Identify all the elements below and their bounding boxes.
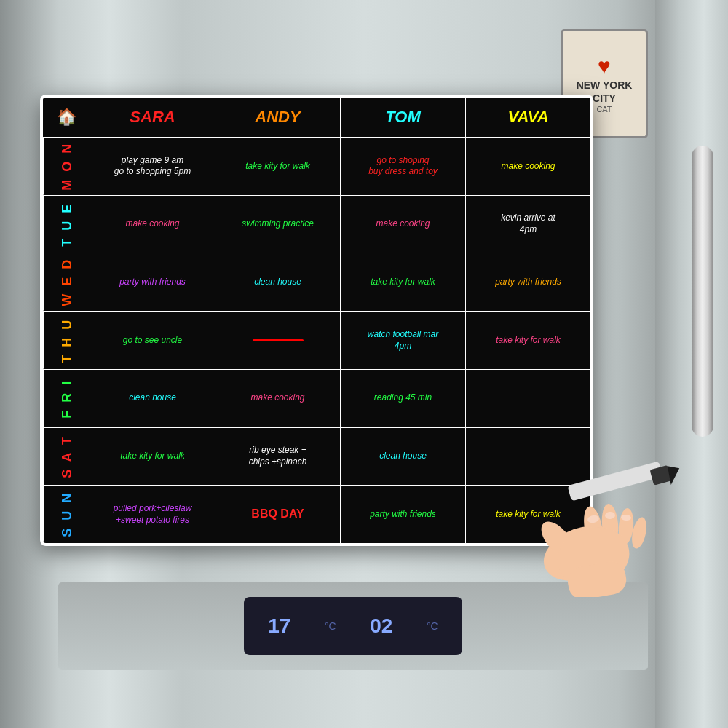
cell-wed-2: take kity for walk bbox=[341, 253, 466, 311]
svg-rect-0 bbox=[567, 462, 662, 502]
cell-wed-3: party with friends bbox=[466, 253, 590, 311]
schedule-board: 🏠 SARA ANDY TOM VAVA M O Nplay game 9 am… bbox=[40, 95, 593, 546]
cell-tue-0: make cooking bbox=[90, 196, 215, 253]
cell-tue-1: swimming practice bbox=[215, 196, 341, 253]
cell-sat-1: rib eye steak + chips +spinach bbox=[215, 428, 341, 486]
fridge-background: ♥ NEW YORK CITY CAT 🏠 SARA ANDY TOM VAVA… bbox=[0, 0, 728, 728]
strikethrough-line bbox=[253, 339, 304, 341]
header-row: 🏠 SARA ANDY TOM VAVA bbox=[43, 98, 590, 138]
day-label-wed: W E D bbox=[43, 253, 90, 311]
temp-display-2: 02 bbox=[370, 614, 392, 638]
hand-with-marker bbox=[524, 451, 684, 597]
header-sara: SARA bbox=[90, 98, 215, 137]
cell-thu-3: take kity for walk bbox=[466, 312, 590, 369]
day-label-sun: S U N bbox=[43, 486, 90, 543]
day-row-tue: T U Emake cookingswimming practicemake c… bbox=[43, 196, 590, 254]
cell-mon-2: go to shoping buy dress and toy bbox=[341, 138, 466, 195]
day-row-sun: S U Npulled pork+cileslaw +sweet potato … bbox=[43, 486, 590, 543]
cell-fri-2: reading 45 min bbox=[341, 370, 466, 427]
day-label-tue: T U E bbox=[43, 196, 90, 253]
day-row-mon: M O Nplay game 9 am go to shopping 5pmta… bbox=[43, 138, 590, 196]
ny-heart-icon: ♥ bbox=[598, 54, 611, 79]
cell-thu-1 bbox=[215, 312, 341, 369]
header-vava: VAVA bbox=[466, 98, 590, 137]
door-handle bbox=[692, 146, 713, 437]
cell-thu-0: go to see uncle bbox=[90, 312, 215, 369]
cell-mon-3: make cooking bbox=[466, 138, 590, 195]
day-label-mon: M O N bbox=[43, 138, 90, 195]
cell-sun-1: BBQ DAY bbox=[215, 486, 341, 543]
header-andy: ANDY bbox=[215, 98, 341, 137]
cell-wed-0: party with friends bbox=[90, 253, 215, 311]
day-row-fri: F R Iclean housemake cookingreading 45 m… bbox=[43, 370, 590, 428]
day-label-fri: F R I bbox=[43, 370, 90, 427]
control-panel: 17 °C 02 °C bbox=[244, 597, 462, 655]
cell-tue-3: kevin arrive at 4pm bbox=[466, 196, 590, 253]
header-tom: TOM bbox=[341, 98, 466, 137]
header-icon-cell: 🏠 bbox=[43, 98, 90, 137]
temp-unit-2: °C bbox=[427, 620, 438, 632]
day-label-thu: T H U bbox=[43, 312, 90, 369]
cell-fri-1: make cooking bbox=[215, 370, 341, 427]
day-label-sat: S A T bbox=[43, 428, 90, 486]
cell-sun-2: party with friends bbox=[341, 486, 466, 543]
cell-tue-2: make cooking bbox=[341, 196, 466, 253]
cell-sun-0: pulled pork+cileslaw +sweet potato fires bbox=[90, 486, 215, 543]
temp-display-1: 17 bbox=[268, 614, 290, 638]
ny-cat-text: CAT bbox=[596, 105, 612, 114]
day-rows: M O Nplay game 9 am go to shopping 5pmta… bbox=[43, 138, 590, 543]
cell-sat-0: take kity for walk bbox=[90, 428, 215, 486]
day-row-wed: W E Dparty with friendsclean housetake k… bbox=[43, 253, 590, 312]
board-inner: 🏠 SARA ANDY TOM VAVA M O Nplay game 9 am… bbox=[43, 98, 590, 543]
temp-separator: °C bbox=[325, 620, 336, 632]
hand-svg bbox=[524, 451, 684, 597]
cell-thu-2: watch football mar 4pm bbox=[341, 312, 466, 369]
fridge-right-side bbox=[655, 0, 728, 728]
day-row-sat: S A Ttake kity for walkrib eye steak + c… bbox=[43, 428, 590, 486]
cell-sat-2: clean house bbox=[341, 428, 466, 486]
cell-wed-1: clean house bbox=[215, 253, 341, 311]
day-row-thu: T H Ugo to see unclewatch football mar 4… bbox=[43, 312, 590, 370]
cell-fri-0: clean house bbox=[90, 370, 215, 427]
cell-fri-3 bbox=[466, 370, 590, 427]
cell-mon-1: take kity for walk bbox=[215, 138, 341, 195]
cell-mon-0: play game 9 am go to shopping 5pm bbox=[90, 138, 215, 195]
house-icon: 🏠 bbox=[57, 108, 76, 127]
